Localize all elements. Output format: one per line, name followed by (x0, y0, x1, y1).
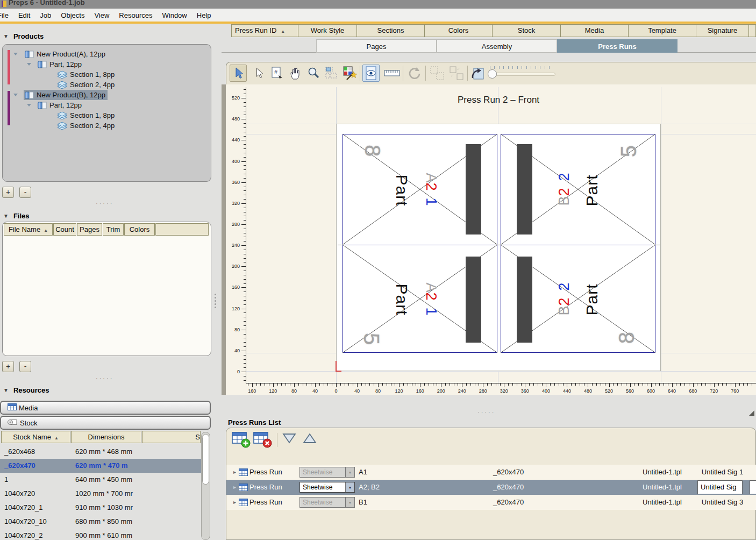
pr-col-id[interactable]: Press Run ID▲ (231, 24, 298, 37)
add-product-button[interactable]: + (2, 187, 14, 198)
stock-row[interactable]: 1040x720_10680 mm * 850 mm (0, 515, 201, 529)
tree-item-content[interactable]: Section 1, 8pp (56, 110, 117, 120)
measure-tool-button[interactable] (383, 65, 401, 82)
files-col-count[interactable]: Count (53, 223, 76, 236)
pr-col-workstyle[interactable]: Work Style (298, 24, 357, 37)
tree-item-content[interactable]: New Product(A), 12pp (24, 49, 108, 59)
pr-col-signature[interactable]: Signature (696, 24, 749, 37)
move-press-run-up-button[interactable] (302, 432, 321, 448)
row-expander-icon[interactable]: ▸ (233, 495, 236, 510)
dropdown-arrow-icon[interactable]: ▼ (345, 482, 354, 492)
stock-col-partial[interactable]: S (142, 431, 201, 443)
stock-row[interactable]: 1040x720_1910 mm * 1030 mr (0, 501, 201, 515)
resize-grip[interactable] (749, 410, 754, 416)
page-number-tool-button[interactable]: # (268, 65, 286, 82)
add-press-run-button[interactable] (232, 432, 251, 448)
tab-pages[interactable]: Pages (316, 39, 437, 53)
horizontal-splitter-handle[interactable]: ····· (477, 409, 495, 415)
menu-job[interactable]: Job (35, 11, 56, 19)
pr-col-stock[interactable]: Stock (492, 24, 561, 37)
select-pages-tool-button[interactable] (323, 65, 340, 82)
delete-press-run-button[interactable] (253, 432, 273, 448)
menu-objects[interactable]: Objects (56, 11, 89, 19)
remove-file-button[interactable]: - (19, 361, 31, 372)
stock-row[interactable]: 1040x7201020 mm * 700 mr (0, 487, 201, 501)
tree-item[interactable]: Section 1, 8pp (3, 69, 211, 80)
tree-item-content[interactable]: Part, 12pp (37, 59, 84, 69)
row-expander-icon[interactable]: ▸ (233, 465, 236, 480)
files-col-trim[interactable]: Trim (103, 223, 124, 236)
resources-stock-bar[interactable]: Stock (0, 416, 211, 430)
stock-col-dimensions[interactable]: Dimensions (71, 431, 141, 443)
tree-item-content[interactable]: New Product(B), 12pp (24, 90, 108, 100)
stock-row[interactable]: 1040x720_2900 mm * 610 mm (0, 529, 201, 540)
tree-item[interactable]: New Product(A), 12pp (3, 49, 211, 59)
remove-product-button[interactable]: - (19, 187, 31, 198)
layout-boxes-button[interactable] (429, 65, 446, 82)
template-editor-button[interactable] (341, 65, 359, 82)
add-file-button[interactable]: + (2, 361, 14, 372)
tab-press-runs[interactable]: Press Runs (557, 39, 677, 53)
tree-expand-icon[interactable] (27, 63, 31, 66)
stock-scrollbar[interactable] (201, 432, 210, 540)
panel-splitter-handle[interactable]: ····· (96, 375, 113, 381)
menu-window[interactable]: Window (158, 11, 192, 19)
zoom-slider-track[interactable] (489, 73, 555, 76)
work-style-dropdown[interactable]: Sheetwise▼ (299, 497, 355, 508)
tree-item[interactable]: Section 2, 4pp (3, 120, 211, 131)
menu-edit[interactable]: Edit (13, 11, 35, 19)
press-run-row[interactable]: ▸Press RunSheetwise▼B1_620x470Untitled-1… (226, 495, 756, 510)
dropdown-arrow-icon[interactable]: ▼ (345, 498, 354, 507)
signature-edit-field[interactable]: Untitled Sig (697, 480, 743, 494)
vertical-splitter-handle[interactable] (215, 294, 216, 308)
files-col-colors[interactable]: Colors (124, 223, 155, 236)
panel-splitter-handle[interactable]: ····· (96, 200, 113, 207)
direct-select-tool-button[interactable] (250, 65, 267, 82)
tree-item[interactable]: Section 2, 4pp (3, 80, 211, 90)
files-col-filename[interactable]: File Name▲ (4, 223, 53, 236)
stock-row[interactable]: 1640 mm * 450 mm (0, 473, 201, 487)
stock-col-name[interactable]: Stock Name▲ (1, 431, 70, 443)
menu-file[interactable]: File (0, 11, 13, 19)
menu-resources[interactable]: Resources (114, 11, 157, 19)
resources-media-bar[interactable]: Media (0, 401, 211, 415)
title-bar[interactable]: Preps 6 - Untitled-1.job (0, 0, 756, 9)
tab-assembly[interactable]: Assembly (437, 39, 557, 53)
tree-expand-icon[interactable] (13, 53, 18, 55)
rotate-view-button[interactable] (406, 65, 423, 82)
tree-expand-icon[interactable] (27, 104, 31, 106)
work-style-dropdown[interactable]: Sheetwise▼ (299, 482, 355, 493)
tree-expand-icon[interactable] (13, 94, 18, 96)
files-col-pages[interactable]: Pages (77, 223, 102, 236)
zoom-tool-button[interactable] (305, 65, 322, 82)
pr-col-sections[interactable]: Sections (356, 24, 425, 37)
files-header[interactable]: ▼Files (3, 212, 30, 220)
preview-button[interactable] (362, 65, 380, 82)
resources-header[interactable]: ▼Resources (3, 386, 49, 394)
tree-item-content[interactable]: Section 2, 4pp (56, 120, 117, 131)
tree-item[interactable]: Part, 12pp (3, 59, 211, 69)
signature-edit-stub[interactable] (750, 480, 756, 494)
pr-col-media[interactable]: Media (560, 24, 629, 37)
dropdown-arrow-icon[interactable]: ▼ (345, 467, 354, 477)
pan-tool-button[interactable] (287, 65, 304, 82)
rotate-sheet-button[interactable] (469, 65, 487, 82)
move-press-run-down-button[interactable] (281, 432, 301, 448)
menu-view[interactable]: View (89, 11, 114, 19)
press-run-row[interactable]: ▸Press RunSheetwise▼A2; B2_620x470Untitl… (226, 480, 756, 495)
tree-item-content[interactable]: Section 2, 4pp (56, 80, 117, 90)
tree-item[interactable]: Part, 12pp (3, 100, 211, 110)
stock-scrollbar-thumb[interactable] (202, 434, 209, 485)
align-boxes-button[interactable] (448, 65, 465, 82)
products-header[interactable]: ▼Products (3, 32, 44, 40)
zoom-slider-handle[interactable] (488, 69, 497, 79)
tree-item[interactable]: New Product(B), 12pp (3, 90, 211, 100)
pr-col-template[interactable]: Template (628, 24, 696, 37)
tree-item-content[interactable]: Section 1, 8pp (56, 69, 117, 80)
press-run-row[interactable]: ▸Press RunSheetwise▼A1_620x470Untitled-1… (226, 465, 756, 480)
work-style-dropdown[interactable]: Sheetwise▼ (299, 467, 355, 478)
select-tool-button[interactable] (230, 65, 247, 82)
tree-item-content[interactable]: Part, 12pp (37, 100, 84, 110)
row-expander-icon[interactable]: ▸ (233, 480, 236, 495)
menu-help[interactable]: Help (192, 11, 216, 19)
